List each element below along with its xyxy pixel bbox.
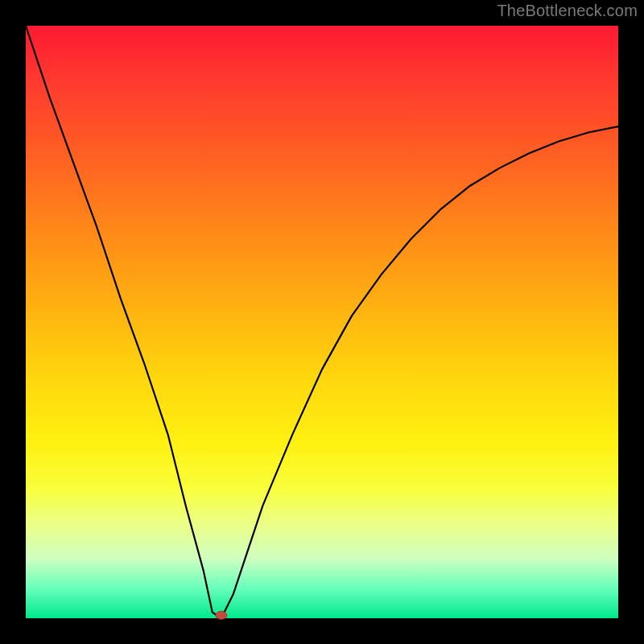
bottleneck-curve (26, 26, 618, 618)
watermark-text: TheBottleneck.com (497, 2, 638, 20)
chart-container: TheBottleneck.com (0, 0, 644, 644)
optimal-point-marker (216, 611, 227, 619)
chart-svg (26, 26, 618, 618)
